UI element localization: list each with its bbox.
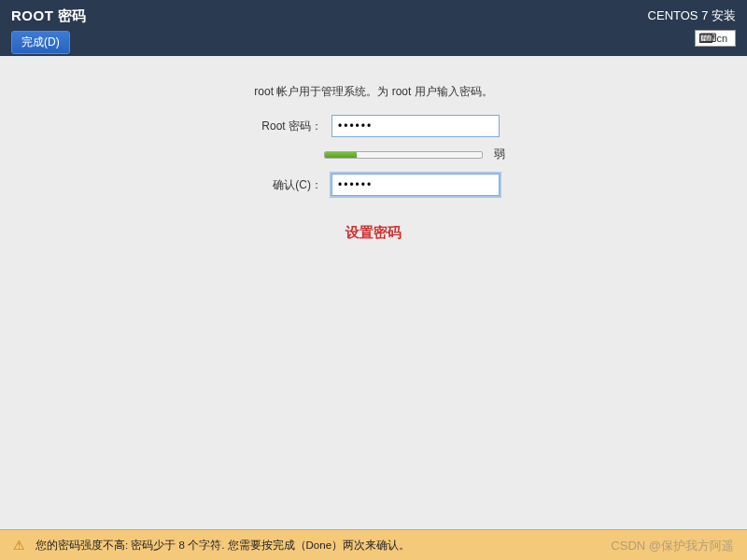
warning-icon: ⚠ <box>11 538 26 553</box>
strength-label: 弱 <box>492 147 507 162</box>
strength-fill <box>325 152 357 158</box>
keyboard-icon <box>699 34 712 43</box>
confirm-row: 确认(C)： <box>0 174 747 196</box>
warning-message: 您的密码强度不高: 密码少于 8 个字符. 您需要按完成（Done）两次来确认。 <box>35 539 410 553</box>
root-password-input[interactable] <box>331 115 500 137</box>
keyboard-layout-label: cn <box>716 33 727 44</box>
keyboard-layout-indicator[interactable]: cn <box>695 30 736 47</box>
confirm-password-input[interactable] <box>331 174 500 196</box>
header-bar: ROOT 密码 完成(D) CENTOS 7 安装 cn <box>0 0 747 56</box>
confirm-label: 确认(C)： <box>247 177 322 193</box>
password-row: Root 密码： <box>0 115 747 137</box>
warning-bar: ⚠ 您的密码强度不高: 密码少于 8 个字符. 您需要按完成（Done）两次来确… <box>0 529 747 560</box>
page-title: ROOT 密码 <box>11 7 736 25</box>
header-right: CENTOS 7 安装 cn <box>648 7 736 47</box>
password-strength-meter <box>324 151 483 159</box>
description-text: root 帐户用于管理系统。为 root 用户输入密码。 <box>0 84 747 100</box>
installer-title: CENTOS 7 安装 <box>648 7 736 24</box>
set-password-annotation: 设置密码 <box>0 224 747 242</box>
strength-row: 弱 <box>0 147 747 162</box>
content-area: root 帐户用于管理系统。为 root 用户输入密码。 Root 密码： 弱 … <box>0 56 747 242</box>
password-label: Root 密码： <box>247 119 322 134</box>
done-button[interactable]: 完成(D) <box>11 31 70 54</box>
